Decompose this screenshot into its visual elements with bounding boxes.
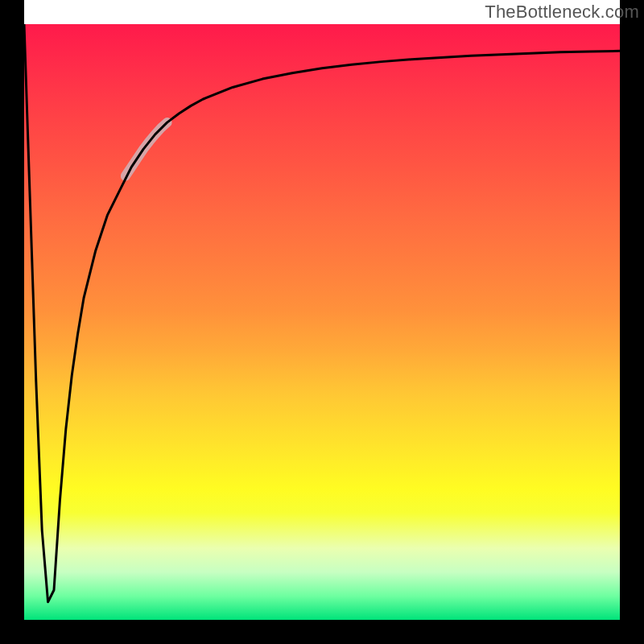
frame-border-left	[0, 0, 24, 644]
frame-border-bottom	[0, 620, 644, 644]
watermark-text: TheBottleneck.com	[485, 2, 639, 23]
bottleneck-curve	[24, 24, 620, 602]
curve-layer	[24, 24, 620, 620]
frame-border-right	[620, 0, 644, 644]
chart-frame	[0, 0, 644, 644]
